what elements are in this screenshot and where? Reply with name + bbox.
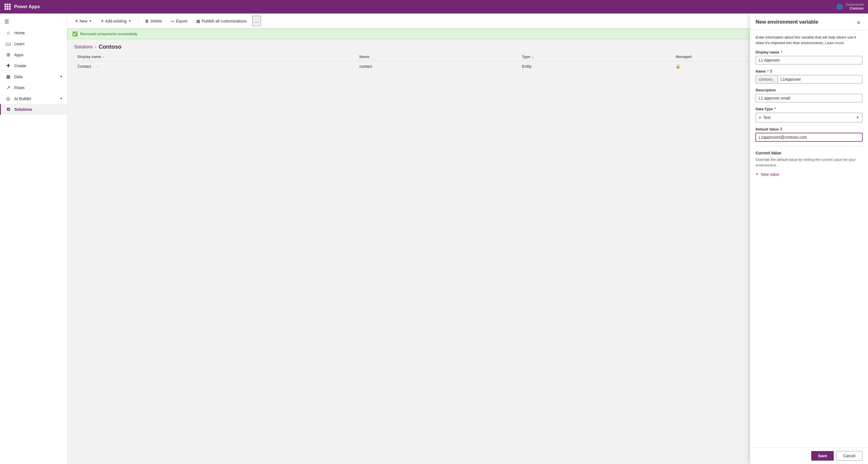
sidebar-item-apps[interactable]: ⊞ Apps: [0, 49, 67, 60]
col-header-name: Name: [356, 52, 519, 61]
new-value-button[interactable]: + New value: [756, 171, 779, 177]
sidebar-item-label: Home: [14, 31, 25, 35]
text-type-icon: ≡: [759, 115, 761, 120]
waffle-icon[interactable]: [4, 4, 11, 10]
main-layout: ☰ ⌂ Home 📖 Learn ⊞ Apps ✚ Create ▦ Data …: [0, 13, 868, 464]
description-input[interactable]: [756, 94, 862, 103]
table-area: Display name ⌄ Name Type ⌄: [67, 52, 868, 464]
display-name-required: *: [781, 50, 782, 54]
export-button[interactable]: ↦ Export: [167, 17, 190, 25]
panel-footer: Save Cancel: [750, 447, 868, 464]
panel-header: New environment variable ✕: [750, 13, 868, 30]
new-value-label: New value: [761, 172, 779, 177]
table-header-row: Display name ⌄ Name Type ⌄: [74, 52, 861, 61]
solutions-icon: ⧉: [5, 107, 11, 112]
select-display-inner: ≡ Text: [759, 115, 771, 120]
lock-icon: 🔒: [676, 64, 680, 68]
delete-icon: 🗑: [145, 19, 149, 23]
sidebar-item-label: Flows: [14, 86, 25, 90]
delete-button[interactable]: 🗑 Delete: [142, 17, 165, 25]
data-type-value: Text: [763, 115, 771, 120]
add-chevron-icon: ▼: [128, 20, 131, 23]
new-button-label: New: [80, 19, 87, 23]
col-header-type[interactable]: Type ⌄: [519, 52, 672, 61]
sidebar-item-label: Create: [14, 63, 26, 68]
plus-icon: +: [756, 171, 759, 177]
name-prefix: contoso_: [756, 75, 778, 83]
save-button[interactable]: Save: [811, 451, 834, 461]
data-type-required: *: [774, 107, 776, 111]
add-existing-button[interactable]: + Add existing ▼: [97, 17, 134, 25]
topbar-right: 🌐 Environment Contoso: [837, 3, 864, 11]
publish-icon: ▦: [196, 19, 200, 23]
success-icon: ✅: [72, 31, 78, 36]
breadcrumb: Solutions › Contoso: [67, 39, 868, 52]
solutions-table: Display name ⌄ Name Type ⌄: [74, 52, 861, 72]
publish-button[interactable]: ▦ Publish all customizations: [193, 17, 250, 25]
cell-name: contact: [356, 61, 519, 72]
cancel-button[interactable]: Cancel: [836, 451, 862, 461]
panel-close-button[interactable]: ✕: [855, 19, 862, 26]
default-value-info-icon[interactable]: ℹ: [780, 127, 782, 131]
name-suffix-input[interactable]: [778, 75, 862, 83]
default-value-input[interactable]: [756, 133, 862, 141]
sidebar-item-ai-builder[interactable]: ◎ AI Builder ▼: [0, 93, 67, 104]
export-label: Export: [176, 19, 187, 23]
table-row[interactable]: Contact ··· contact Entity 🔒: [74, 61, 861, 72]
export-icon: ↦: [171, 19, 174, 23]
hamburger-button[interactable]: ☰: [0, 16, 67, 28]
sidebar-item-label: Learn: [14, 41, 25, 46]
sidebar-item-data[interactable]: ▦ Data ▼: [0, 71, 67, 82]
name-field: Name * ℹ contoso_: [756, 69, 862, 84]
new-chevron-icon: ▼: [89, 20, 92, 23]
col-header-label: Name: [359, 55, 369, 59]
data-type-label-text: Data Type: [756, 107, 773, 111]
col-header-display-name[interactable]: Display name ⌄: [74, 52, 356, 61]
row-actions-button[interactable]: ···: [95, 64, 100, 68]
sidebar-item-home[interactable]: ⌂ Home: [0, 28, 67, 38]
home-icon: ⌂: [5, 30, 11, 35]
sidebar-item-label: AI Builder: [14, 96, 57, 101]
new-env-variable-panel: New environment variable ✕ Enter informa…: [750, 13, 868, 464]
description-field: Description: [756, 88, 862, 103]
sidebar-item-flows[interactable]: ↗ Flows: [0, 82, 67, 93]
learn-more-link[interactable]: Learn more: [825, 41, 843, 45]
name-field-row: contoso_: [756, 75, 862, 84]
data-type-label: Data Type *: [756, 107, 862, 111]
more-button[interactable]: ...: [252, 16, 261, 26]
data-type-select[interactable]: ≡ Text ▼: [756, 113, 862, 122]
display-name-input[interactable]: [756, 56, 862, 64]
name-label: Name * ℹ: [756, 69, 862, 74]
sidebar-item-create[interactable]: ✚ Create: [0, 60, 67, 71]
new-button[interactable]: + New ▼: [72, 17, 95, 25]
breadcrumb-parent[interactable]: Solutions: [74, 45, 93, 50]
topbar-left: Power Apps: [4, 4, 40, 10]
content-area: + New ▼ + Add existing ▼ 🗑 Delete ↦ Expo…: [67, 13, 868, 464]
sort-type[interactable]: Type ⌄: [522, 55, 533, 59]
sidebar-item-solutions[interactable]: ⧉ Solutions: [0, 104, 67, 115]
panel-title: New environment variable: [756, 19, 818, 25]
panel-body: Enter information about this variable th…: [750, 30, 868, 447]
environment-info: Environment Contoso: [846, 3, 864, 11]
breadcrumb-current: Contoso: [99, 44, 121, 50]
topbar: Power Apps 🌐 Environment Contoso: [0, 0, 868, 13]
env-label-text: Environment: [846, 3, 864, 6]
sidebar-item-learn[interactable]: 📖 Learn: [0, 38, 67, 49]
chevron-down-icon: ▼: [60, 75, 63, 78]
publish-label: Publish all customizations: [202, 19, 247, 23]
display-name-field: Display name *: [756, 50, 862, 64]
cell-display-name: Contact ···: [74, 61, 356, 72]
sidebar-item-label: Data: [14, 75, 57, 79]
plus-icon: +: [75, 19, 78, 24]
select-chevron-icon: ▼: [856, 116, 859, 119]
col-header-label: Type: [522, 55, 530, 59]
display-name-label: Display name *: [756, 50, 862, 54]
default-value-field: Default Value ℹ: [756, 127, 862, 141]
globe-icon[interactable]: 🌐: [837, 4, 843, 10]
current-value-section: Current Value Override the default value…: [756, 151, 862, 177]
sidebar-item-label: Apps: [14, 53, 23, 57]
sort-display-name[interactable]: Display name ⌄: [78, 55, 104, 59]
name-info-icon[interactable]: ℹ: [770, 69, 772, 74]
create-icon: ✚: [5, 63, 11, 68]
add-existing-label: Add existing: [105, 19, 127, 23]
